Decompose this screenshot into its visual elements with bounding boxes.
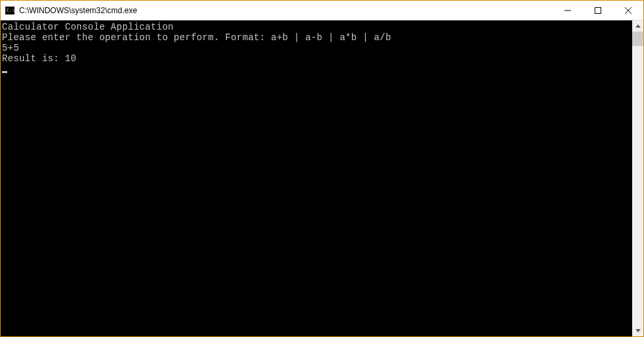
scroll-track[interactable] xyxy=(632,32,643,325)
window-title: C:\WINDOWS\system32\cmd.exe xyxy=(19,6,553,15)
minimize-button[interactable] xyxy=(553,1,583,20)
svg-rect-3 xyxy=(595,7,601,13)
console-line: 5+5 xyxy=(2,43,632,53)
console-line: Result is: 10 xyxy=(2,53,632,64)
scroll-up-arrow[interactable] xyxy=(632,20,643,32)
cursor xyxy=(2,71,7,73)
svg-marker-7 xyxy=(635,329,641,332)
titlebar[interactable]: C:\ C:\WINDOWS\system32\cmd.exe xyxy=(1,1,643,20)
window-controls xyxy=(553,1,643,20)
vertical-scrollbar[interactable] xyxy=(632,20,643,336)
console-line: Please enter the operation to perform. F… xyxy=(2,32,632,43)
scroll-down-arrow[interactable] xyxy=(632,325,643,336)
maximize-button[interactable] xyxy=(583,1,613,20)
console-line: Calculator Console Application xyxy=(2,22,632,32)
console-area: Calculator Console ApplicationPlease ent… xyxy=(1,20,643,336)
svg-text:C:\: C:\ xyxy=(7,8,15,13)
cmd-window: C:\ C:\WINDOWS\system32\cmd.exe Calculat… xyxy=(0,0,644,337)
console-output[interactable]: Calculator Console ApplicationPlease ent… xyxy=(1,20,632,336)
cmd-icon: C:\ xyxy=(5,5,15,16)
scroll-thumb[interactable] xyxy=(632,32,643,46)
close-button[interactable] xyxy=(613,1,643,20)
svg-marker-6 xyxy=(635,24,641,28)
